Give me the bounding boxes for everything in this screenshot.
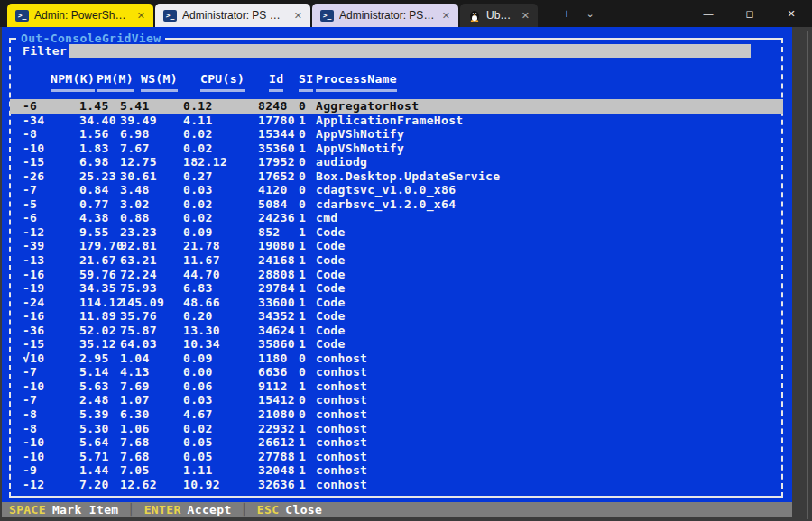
cell-cpu: 0.02 [183,142,213,156]
cell-pm: 0.77 [79,197,109,212]
cell-cpu: 4.67 [183,407,213,422]
cell-pm: 7.20 [79,478,109,492]
cell-si: 1 [299,337,306,352]
new-tab-button[interactable]: + [555,3,578,24]
cell-ws: 6.30 [120,407,150,422]
minimize-button[interactable]: — [687,0,729,27]
cell-si: 1 [299,478,306,492]
table-row[interactable]: -101.837.670.02353601AppVShNotify [2,142,792,156]
cell-pm: 25.23 [79,169,116,184]
column-header-pm-m[interactable]: PM(M) [97,72,134,86]
maximize-button[interactable]: ◻ [729,0,770,27]
cell-pm: 59.76 [79,268,116,282]
tab-label: Ubuntu [486,9,514,22]
table-row[interactable]: -1321.6763.2111.67241681Code [2,253,792,268]
table-row[interactable]: -105.647.680.05266121conhost [2,435,792,450]
row-mark: - [23,253,30,268]
cell-cpu: 1.11 [183,463,213,478]
tab-ubuntu[interactable]: Ubuntu✕ [460,4,538,27]
cell-cpu: 0.12 [183,99,213,114]
close-button[interactable]: ✕ [770,0,812,27]
table-row[interactable]: -1535.1264.0310.34358601Code [2,337,792,352]
table-row[interactable]: -1611.8935.760.20343521Code [2,309,792,324]
tab-admin-powershell-7-2-1[interactable]: >_Admin: PowerShell 7.2.1✕ [7,4,153,27]
column-header-ws-m[interactable]: WS(M) [141,72,178,86]
cell-id: 17780 [258,114,295,128]
row-mark: - [23,478,30,492]
cell-cpu: 0.00 [183,365,213,379]
table-row[interactable]: -105.717.680.05277881conhost [2,450,792,464]
cell-name: Code [316,268,346,282]
tab-close-icon[interactable]: ✕ [135,10,147,22]
tab-close-icon[interactable]: ✕ [520,10,531,22]
table-row[interactable]: -72.481.070.03154120conhost [2,393,792,407]
cell-ws: 7.68 [120,435,150,450]
cell-si: 0 [299,183,306,197]
column-header-cpu-s[interactable]: CPU(s) [200,72,245,86]
cell-si: 0 [299,407,306,422]
cell-name: conhost [316,463,367,478]
table-row[interactable]: -24114.12145.0948.66336001Code [2,296,792,310]
table-row[interactable]: √102.951.040.0911800conhost [2,352,792,366]
table-row[interactable]: -85.396.304.67210800conhost [2,407,792,422]
table-row[interactable]: -129.5523.230.098521Code [2,225,792,240]
cell-npm: 10 [30,435,44,450]
cell-id: 34352 [258,309,295,324]
cell-si: 0 [299,127,306,142]
row-mark: - [23,324,30,338]
cell-id: 19080 [258,239,295,253]
cell-name: cdagtsvc_v1.0.0_x86 [316,183,456,197]
column-header-processname[interactable]: ProcessName [316,72,397,86]
cell-npm: 36 [30,324,44,338]
table-row[interactable]: -1659.7672.2444.70288081Code [2,268,792,282]
status-separator: │ [241,503,248,516]
cell-npm: 34 [30,114,44,128]
table-row[interactable]: -156.9812.75182.12179520audiodg [2,155,792,169]
cell-npm: 12 [30,225,44,240]
table-row[interactable]: -2625.2330.610.27176520Box.Desktop.Updat… [2,169,792,184]
tab-dropdown-button[interactable]: ⌄ [578,3,602,24]
table-row[interactable]: -39179.7092.8121.78190801Code [2,239,792,253]
table-row[interactable]: -91.447.051.11320481conhost [2,463,792,478]
cell-npm: 15 [30,155,44,169]
table-row[interactable]: -85.301.060.02229321conhost [2,422,792,436]
cell-npm: 26 [30,169,44,184]
table-row[interactable]: -1934.3575.936.83297841Code [2,281,792,296]
tab-close-icon[interactable]: ✕ [440,10,452,22]
cell-ws: 63.21 [120,253,157,268]
cell-npm: 6 [30,99,37,114]
cell-pm: 35.12 [79,337,116,352]
table-row[interactable]: -3652.0275.8713.30346241Code [2,324,792,338]
column-header-npm-k[interactable]: NPM(K) [51,72,95,86]
table-row[interactable]: -127.2012.6210.92326361conhost [2,478,792,492]
column-header-id[interactable]: Id [269,72,283,86]
tab-administrator-ps7-noprofile[interactable]: >_Administrator: PS7 NoProfile✕ [312,4,458,27]
cell-pm: 5.30 [79,422,109,436]
cell-si: 1 [299,463,306,478]
table-row[interactable]: -70.843.480.0341200cdagtsvc_v1.0.0_x86 [2,183,792,197]
tab-close-icon[interactable]: ✕ [292,10,304,22]
cell-npm: 8 [30,422,37,436]
row-mark: - [23,365,30,379]
cell-id: 24236 [258,211,295,225]
table-row[interactable]: -61.455.410.1282480AggregatorHost [2,99,792,114]
table-row[interactable]: -64.380.880.02242361cmd [2,211,792,225]
cell-cpu: 13.30 [183,324,220,338]
tab-administrator-ps-no-profile[interactable]: >_Administrator: PS No Profile✕ [155,4,310,27]
table-row[interactable]: -50.773.020.0250840cdarbsvc_v1.2.0_x64 [2,197,792,212]
table-row[interactable]: -105.637.690.0691121conhost [2,379,792,394]
cell-si: 1 [299,239,306,253]
table-row[interactable]: -75.144.130.0066360conhost [2,365,792,379]
filter-input[interactable] [69,44,751,58]
table-row[interactable]: -3434.4039.494.11177801ApplicationFrameH… [2,114,792,128]
row-mark: - [23,268,30,282]
row-mark: - [23,281,30,296]
cell-cpu: 0.02 [183,127,213,142]
cell-id: 1180 [258,352,288,366]
column-header-si[interactable]: SI [299,72,313,86]
table-row[interactable]: -81.566.980.02153440AppVShNotify [2,127,792,142]
cell-npm: 9 [30,463,37,478]
cell-npm: 16 [30,268,44,282]
row-mark: - [23,169,30,184]
cell-ws: 7.68 [120,450,150,464]
